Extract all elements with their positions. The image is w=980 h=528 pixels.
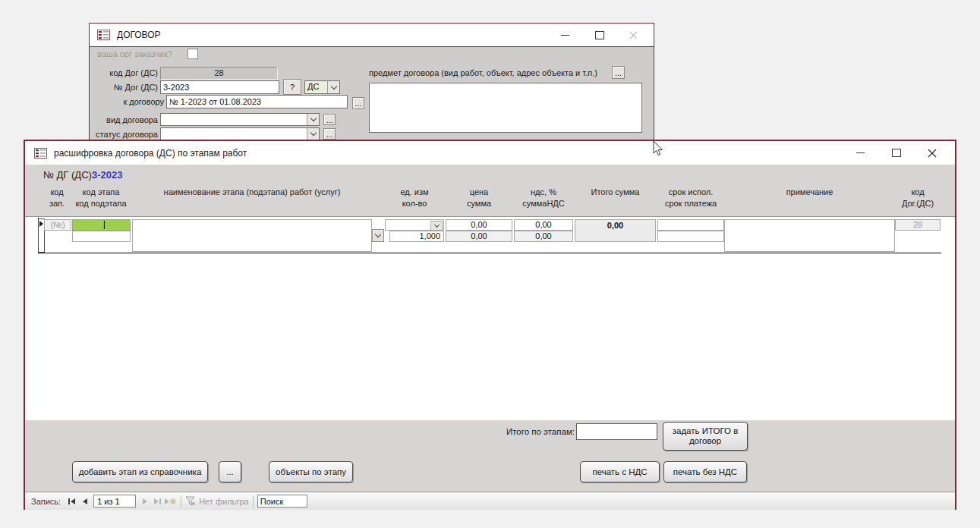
print-with-vat-button[interactable]: печать с НДС — [580, 461, 660, 482]
to-contract-input[interactable] — [166, 95, 348, 108]
contract-num-label: № Дог (ДС) — [97, 83, 158, 92]
previous-record-button[interactable] — [78, 495, 91, 508]
total-cell: 0,00 — [575, 219, 656, 242]
contract-type-combo[interactable]: ДС — [304, 80, 340, 94]
maximize-icon[interactable] — [594, 30, 604, 40]
substage-code-cell[interactable] — [72, 231, 131, 242]
term-exec-cell[interactable] — [657, 219, 724, 231]
record-navigation-bar: Запись: 1 из 1 Нет фильтра — [25, 492, 955, 510]
stages-total-input[interactable] — [576, 423, 657, 440]
minimize-icon[interactable] — [560, 30, 570, 40]
contract-status-label: статус договора — [91, 130, 158, 139]
minimize-icon[interactable] — [856, 148, 865, 158]
add-stage-browse-button[interactable]: ... — [219, 461, 241, 482]
contract-kind-combo[interactable] — [160, 113, 320, 126]
add-stage-button[interactable]: добавить этап из справочника — [72, 461, 208, 482]
rec-id-cell: (№) — [44, 219, 71, 231]
col-header-contract-code: кодДог.(ДС) — [895, 187, 941, 209]
col-header-term: срок испол.срок платежа — [653, 187, 729, 209]
doc-num-label: № ДГ (ДС): — [43, 169, 94, 181]
text-caret — [104, 221, 105, 229]
close-icon[interactable] — [927, 148, 937, 158]
contract-window: ДОГОВОР ваша орг заказчик? код Дог (ДС) … — [89, 23, 654, 143]
contract-code-field: 28 — [160, 67, 278, 80]
to-contract-browse-button[interactable]: ... — [352, 97, 364, 109]
objects-by-stage-button[interactable]: объекты по этапу — [269, 461, 353, 482]
filter-icon — [185, 496, 196, 506]
record-position: 1 из 1 — [93, 495, 136, 508]
contract-status-combo[interactable] — [160, 127, 320, 140]
contract-window-title: ДОГОВОР — [117, 30, 161, 40]
navbar-separator — [181, 495, 181, 508]
stages-window: расшифровка договора (ДС) по этапам рабо… — [24, 140, 956, 510]
record-label: Запись: — [31, 497, 61, 506]
to-contract-label: к договору — [97, 97, 164, 106]
detail-border-line — [38, 253, 941, 253]
search-input[interactable] — [257, 495, 307, 508]
contract-status-value — [161, 128, 165, 140]
mouse-cursor — [653, 140, 665, 157]
last-record-button[interactable] — [151, 495, 164, 508]
amount-cell[interactable]: 0,00 — [446, 231, 512, 242]
set-total-button[interactable]: задать ИТОГО в договор — [663, 422, 748, 451]
contract-type-value: ДС — [305, 81, 321, 93]
price-cell[interactable]: 0,00 — [446, 219, 512, 231]
contract-kind-label: вид договора — [97, 115, 158, 124]
org-customer-checkbox[interactable] — [187, 49, 198, 59]
current-record-arrow-icon — [39, 221, 43, 227]
desktop: ДОГОВОР ваша орг заказчик? код Дог (ДС) … — [0, 0, 980, 528]
stage-code-cell[interactable] — [72, 219, 104, 231]
vat-percent-cell[interactable]: 0,00 — [514, 219, 573, 231]
navbar-separator — [253, 495, 254, 508]
col-header-unit: ед. измкол-во — [385, 187, 444, 209]
first-record-button[interactable] — [65, 495, 78, 508]
doc-num-value: 3-2023 — [92, 169, 122, 181]
stage-name-dropdown-icon[interactable] — [372, 229, 384, 242]
next-record-button[interactable] — [138, 495, 151, 508]
contract-num-input[interactable] — [160, 80, 279, 94]
col-header-name: наименование этапа (подэтапа) работ (усл… — [132, 187, 372, 198]
qty-cell[interactable]: 1,000 — [389, 231, 444, 242]
access-form-icon — [97, 30, 110, 40]
contract-code-cell: 28 — [895, 219, 941, 231]
subject-browse-button[interactable]: ... — [612, 66, 625, 79]
vat-amount-cell[interactable]: 0,00 — [514, 231, 573, 242]
term-pay-cell[interactable] — [657, 231, 724, 242]
contract-status-browse-button[interactable]: ... — [323, 128, 336, 140]
note-cell[interactable] — [724, 219, 895, 252]
col-header-price: ценасумма — [446, 187, 512, 209]
print-without-vat-button[interactable]: печать без НДС — [663, 461, 747, 482]
subject-textarea[interactable] — [369, 83, 642, 133]
contract-code-label: код Дог (ДС) — [97, 68, 158, 77]
contract-kind-value — [161, 114, 165, 125]
chevron-down-icon[interactable] — [327, 81, 339, 93]
stages-total-label: Итого по этапам: — [476, 427, 575, 436]
stage-name-cell[interactable] — [132, 219, 372, 252]
contract-kind-browse-button[interactable]: ... — [323, 114, 336, 125]
help-button[interactable]: ? — [283, 79, 301, 95]
new-record-star-icon — [170, 498, 176, 504]
col-header-note: примечание — [724, 187, 895, 198]
col-header-vat: ндс, %суммаНДС — [514, 187, 573, 209]
chevron-down-icon[interactable] — [307, 128, 319, 140]
contract-titlebar[interactable]: ДОГОВОР — [90, 24, 654, 47]
stages-titlebar[interactable]: расшифровка договора (ДС) по этапам рабо… — [25, 141, 955, 165]
new-record-button[interactable] — [164, 495, 177, 508]
subject-label: предмет договора (вид работ, объект, адр… — [369, 68, 597, 77]
stages-window-title: расшифровка договора (ДС) по этапам рабо… — [54, 148, 247, 159]
no-filter-label: Нет фильтра — [199, 497, 249, 506]
access-form-icon — [34, 148, 47, 159]
stage-code-cell-2[interactable] — [103, 219, 131, 231]
unit-dropdown-icon[interactable] — [430, 221, 443, 231]
chevron-down-icon[interactable] — [307, 114, 319, 125]
unit-cell[interactable] — [385, 219, 444, 231]
org-customer-label: ваша орг заказчик? — [97, 49, 172, 58]
maximize-icon[interactable] — [891, 148, 901, 158]
col-header-total: Итого сумма — [575, 187, 656, 198]
close-icon[interactable] — [629, 30, 638, 40]
col-header-stage-code: код этапакод подэтапа — [67, 187, 135, 209]
